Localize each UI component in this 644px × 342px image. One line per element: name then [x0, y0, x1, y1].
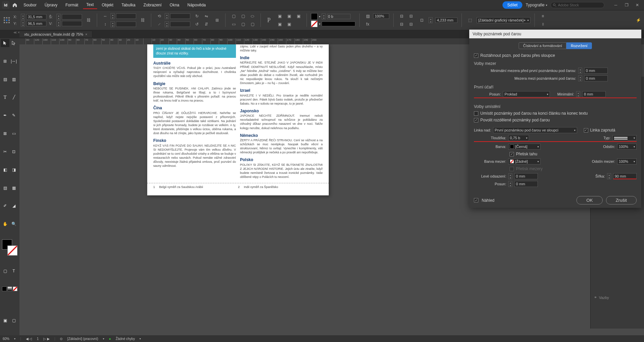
view-mode-preview-icon[interactable]: ▢	[9, 316, 18, 325]
preflight-status[interactable]: Žádné chyby	[116, 337, 135, 341]
gradient-swatch-icon[interactable]: ◧	[1, 166, 9, 174]
gap-color-select[interactable]: [Žádné]▾	[508, 158, 540, 164]
style-status[interactable]: [Základní] (pracovní)	[67, 337, 98, 341]
auto-fit-icon[interactable]: ⊡	[418, 16, 426, 24]
opacity-icon[interactable]: ▨	[364, 12, 372, 20]
stroke-swatch[interactable]	[311, 21, 318, 27]
scaley-input[interactable]	[116, 22, 136, 27]
content-collector-icon[interactable]: ▤	[1, 75, 9, 83]
free-transform-icon[interactable]: ⊡	[9, 148, 18, 156]
rotate-ccw-icon[interactable]: ↺	[193, 21, 201, 28]
container-format-icon[interactable]: ▢	[1, 267, 9, 275]
color-select[interactable]: [Černá]▾	[508, 144, 540, 150]
rotate-icon[interactable]: ⟲	[155, 12, 163, 20]
stroke-style-select[interactable]	[322, 22, 355, 26]
menu-object[interactable]: Objekt	[98, 1, 117, 9]
scalex-input[interactable]	[116, 13, 136, 19]
text-format-icon[interactable]: T	[9, 267, 18, 275]
menu-text[interactable]: Text	[83, 1, 97, 9]
tint-select[interactable]: 100%▾	[617, 144, 637, 150]
type-select[interactable]: ▾	[612, 135, 637, 141]
menu-edit[interactable]: Úpravy	[41, 1, 61, 9]
allow-split-checkbox[interactable]	[474, 118, 478, 122]
h-input[interactable]	[62, 21, 82, 26]
menu-table[interactable]: Tabulka	[118, 1, 138, 9]
corner-icon[interactable]: ⬚	[466, 16, 474, 24]
color-theme-icon[interactable]: ▦	[9, 184, 18, 192]
window-minimize-icon[interactable]: ─	[611, 2, 620, 8]
direct-selection-tool-icon[interactable]	[9, 39, 18, 47]
zoom-level[interactable]: 60%	[3, 337, 9, 341]
end-of-story-checkbox[interactable]	[474, 111, 478, 116]
offset-input[interactable]	[514, 181, 538, 187]
opacity-input[interactable]	[373, 13, 389, 19]
window-close-icon[interactable]: ✕	[633, 2, 642, 8]
note-tool-icon[interactable]: ▤	[1, 184, 9, 192]
left-indent-input[interactable]	[514, 173, 538, 179]
workspace-switcher[interactable]: Typografie ▾	[526, 3, 547, 7]
links-panel-tab[interactable]: ⚭Vazby	[591, 292, 644, 303]
adobe-stock-search[interactable]: Adobe Stock	[551, 2, 604, 8]
scissors-tool-icon[interactable]: ✂	[1, 148, 9, 156]
document-tab[interactable]: xtu_pokracovani_finale.indd @ 75%×	[19, 31, 92, 37]
scale-x-icon[interactable]: ↔	[101, 12, 109, 20]
menu-window[interactable]: Okna	[166, 1, 183, 9]
w-input[interactable]	[62, 14, 82, 20]
gradient-feather-icon[interactable]: ◨	[9, 166, 18, 174]
fill-stroke-swatches[interactable]	[2, 239, 17, 256]
space-between-input[interactable]	[584, 75, 608, 81]
fill-swatch[interactable]	[311, 13, 318, 20]
minimal-input[interactable]	[582, 91, 606, 97]
overprint-stroke-checkbox[interactable]	[510, 152, 514, 156]
hand-tool-icon[interactable]: ✋	[1, 220, 9, 228]
y-input[interactable]	[26, 21, 46, 26]
width-input[interactable]	[613, 173, 637, 179]
clear-transform-icon[interactable]: ⊞	[213, 16, 221, 24]
tab-layout[interactable]: Rozvržení	[566, 42, 592, 49]
menu-layout[interactable]: Formát	[62, 1, 82, 9]
rule-above-select[interactable]: První poznámkou pod čarou ve sloupci▾	[493, 127, 577, 133]
menu-file[interactable]: Soubor	[20, 1, 40, 9]
fx-icon[interactable]: fx	[364, 21, 372, 28]
eyedropper-tool-icon[interactable]: ✐	[1, 202, 9, 210]
rectangle-tool-icon[interactable]: ▭	[9, 129, 18, 138]
shear-icon[interactable]: ⟋	[155, 21, 163, 28]
close-tab-icon[interactable]: ×	[85, 33, 87, 36]
page-tool-icon[interactable]: ⊞	[1, 57, 9, 65]
wrap-none-icon[interactable]: ▣	[276, 12, 284, 20]
rule-on-checkbox[interactable]	[584, 128, 588, 132]
type-tool-icon[interactable]: T	[1, 93, 9, 101]
weight-select[interactable]: 0,75 b▾	[508, 135, 529, 141]
menu-view[interactable]: Zobrazení	[140, 1, 165, 9]
link-wh-icon[interactable]: ⛓	[85, 16, 93, 24]
gap-tint-select[interactable]: 100%▾	[617, 158, 637, 164]
align-left-icon[interactable]: ⊟	[398, 12, 406, 20]
measure-tool-icon[interactable]: ◢	[9, 202, 18, 210]
default-swatches[interactable]	[2, 287, 17, 301]
selection-tool-icon[interactable]	[1, 39, 9, 47]
share-button[interactable]: Sdílet	[502, 1, 522, 9]
object-style-select[interactable]: [Základní grafický rámeček]+▾	[477, 17, 530, 23]
pen-tool-icon[interactable]: ✒	[1, 111, 9, 119]
rectangle-frame-icon[interactable]: ⊠	[1, 129, 9, 138]
tab-numbering[interactable]: Číslování a formátování	[519, 42, 566, 49]
ok-button[interactable]: OK	[576, 196, 602, 204]
stroke-weight-input[interactable]	[327, 14, 351, 19]
flip-h-icon[interactable]: ⇋	[202, 12, 210, 20]
align-panel-icon[interactable]: ≡	[539, 12, 547, 20]
view-mode-normal-icon[interactable]: ▣	[1, 316, 9, 325]
min-space-before-input[interactable]	[584, 68, 608, 74]
preview-checkbox[interactable]	[474, 198, 478, 202]
zoom-tool-icon[interactable]: 🔍	[9, 220, 18, 228]
page-number[interactable]: 1	[37, 337, 39, 341]
gap-tool-icon[interactable]: |↔|	[9, 57, 18, 65]
rotate-cw-icon[interactable]: ↻	[193, 12, 201, 20]
flip-v-icon[interactable]: ⇵	[202, 21, 210, 28]
cancel-button[interactable]: Zrušit	[606, 196, 637, 204]
span-columns-checkbox[interactable]	[474, 53, 478, 58]
menu-help[interactable]: Nápověda	[184, 1, 209, 9]
letter-p-icon[interactable]: P	[265, 16, 273, 24]
reference-point-icon[interactable]	[3, 16, 11, 24]
link-scale-icon[interactable]: ⛓	[139, 16, 147, 24]
window-maximize-icon[interactable]: ❐	[622, 2, 631, 8]
